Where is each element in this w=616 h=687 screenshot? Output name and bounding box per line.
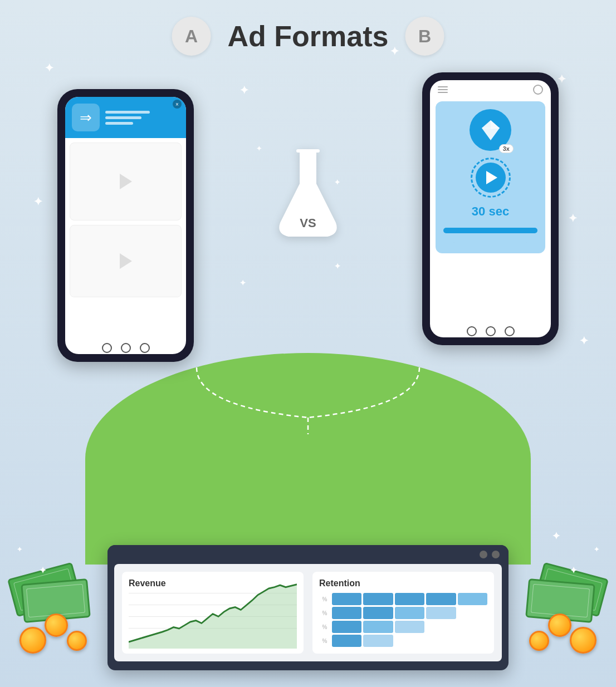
ret-cell-4-3	[395, 635, 424, 647]
video-play-circle[interactable]	[471, 158, 511, 198]
phone-a-content-2	[70, 225, 182, 297]
ret-cell-2-1	[332, 607, 361, 619]
ret-cell-3-5	[458, 621, 487, 633]
ret-cell-3-3	[395, 621, 424, 633]
hamburger-icon	[438, 86, 448, 93]
ret-label-1: %	[319, 593, 330, 605]
sparkle-1: ✦	[45, 61, 54, 75]
ret-label-3: %	[319, 621, 330, 633]
rewarded-ad-card: 3x 30 sec	[436, 101, 545, 253]
play-triangle-white	[486, 171, 497, 184]
ad-icon-box: ⇒	[72, 104, 100, 131]
ret-cell-3-4	[426, 621, 456, 633]
sparkle-money-r3: ✦	[552, 530, 560, 542]
coin-left-1	[19, 627, 46, 654]
h-line-2	[438, 89, 448, 90]
ret-label-4: %	[319, 635, 330, 647]
coin-right-2	[548, 614, 571, 637]
ret-cell-3-2	[363, 621, 393, 633]
ret-cell-1-1	[332, 593, 361, 605]
play-icon-1	[120, 174, 132, 189]
phone-a-ad-banner: ⇒ ×	[65, 97, 186, 138]
revenue-chart-svg	[129, 582, 297, 649]
retention-grid: % % % %	[319, 593, 487, 647]
diamond-svg	[478, 119, 503, 141]
phone-a-nav-dot-2	[121, 343, 131, 353]
timer-display: 30 sec	[472, 204, 509, 219]
ad-line-2	[105, 116, 141, 119]
play-icon-2	[120, 253, 132, 269]
ret-label-2: %	[319, 607, 330, 619]
revenue-panel: Revenue	[122, 572, 304, 654]
ret-cell-1-5	[458, 593, 487, 605]
phone-a-screen: ⇒ ×	[65, 97, 186, 354]
page-title: Ad Formats	[228, 19, 389, 53]
vs-flask-area: VS	[272, 145, 344, 239]
ret-cell-4-2	[363, 635, 393, 647]
h-line-1	[438, 86, 448, 87]
label-b-circle: B	[405, 17, 444, 56]
ret-cell-2-4	[426, 607, 456, 619]
ret-cell-1-4	[426, 593, 456, 605]
h-line-3	[438, 92, 448, 93]
coin-right-3	[529, 631, 549, 651]
dash-dot-2	[492, 551, 500, 558]
phone-b-nav-dot-1	[467, 326, 477, 336]
ret-cell-4-4	[426, 635, 456, 647]
phone-b-screen: 3x 30 sec	[430, 80, 551, 337]
dashed-connector	[141, 362, 475, 434]
sparkle-8: ✦	[568, 212, 578, 225]
dashboard-top-bar	[107, 545, 509, 564]
phone-a-nav-dot-1	[102, 343, 112, 353]
ad-line-1	[105, 111, 150, 114]
sparkle-money-r1: ✦	[570, 565, 577, 576]
ret-cell-1-3	[395, 593, 424, 605]
video-play-inner[interactable]	[476, 163, 506, 193]
ret-cell-2-5	[458, 607, 487, 619]
sparkle-5: ✦	[33, 195, 43, 208]
ret-cell-1-2	[363, 593, 393, 605]
retention-panel: Retention % % %	[312, 572, 494, 654]
ad-line-3	[105, 122, 133, 125]
retention-title: Retention	[319, 578, 487, 588]
money-left: ✦ ✦	[11, 542, 100, 654]
phone-a-content-1	[70, 143, 182, 220]
ad-icon: ⇒	[80, 109, 92, 126]
dashboard-content: Revenue Retention	[114, 564, 502, 661]
bottom-bar-primary	[443, 228, 537, 233]
phone-b-nav-dot-3	[505, 326, 515, 336]
ret-cell-2-3	[395, 607, 424, 619]
phones-area: ⇒ ×	[57, 72, 559, 362]
sparkle-money-r2: ✦	[594, 546, 599, 553]
revenue-chart	[129, 593, 297, 629]
label-a-circle: A	[172, 17, 211, 56]
money-right: ✦ ✦ ✦	[516, 542, 605, 654]
phone-b-nav-dot-2	[486, 326, 496, 336]
bottom-bar-secondary	[453, 242, 528, 246]
svg-marker-6	[129, 585, 297, 649]
flask-icon: VS	[272, 145, 344, 239]
ret-cell-4-5	[458, 635, 487, 647]
coin-right-1	[570, 627, 597, 654]
ret-cell-2-2	[363, 607, 393, 619]
phone-a-nav-bar	[102, 343, 150, 353]
phone-a-nav-dot-3	[140, 343, 150, 353]
ret-cell-4-1	[332, 635, 361, 647]
coin-left-3	[67, 631, 87, 651]
diamond-reward: 3x	[470, 109, 511, 151]
top-circle-button	[533, 85, 543, 95]
ad-text-lines	[105, 111, 150, 125]
ret-cell-3-1	[332, 621, 361, 633]
phone-b-nav-bar	[467, 326, 515, 336]
sparkle-money-l2: ✦	[17, 546, 22, 553]
svg-text:VS: VS	[300, 216, 316, 230]
coin-left-2	[45, 614, 68, 637]
header: A Ad Formats B	[172, 17, 444, 56]
phone-b-top-bar	[430, 80, 551, 99]
analytics-dashboard: Revenue Retention	[107, 545, 509, 670]
ad-close-button[interactable]: ×	[173, 100, 182, 109]
phone-b: 3x 30 sec	[422, 72, 559, 345]
sparkle-money-l1: ✦	[39, 565, 46, 576]
badge-3x: 3x	[499, 144, 514, 153]
phone-a: ⇒ ×	[57, 89, 194, 362]
